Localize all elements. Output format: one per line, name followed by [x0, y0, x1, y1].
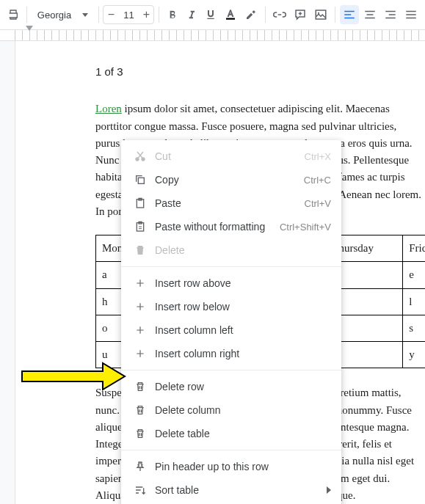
menu-delete-row[interactable]: Delete row: [121, 375, 341, 398]
align-left-button[interactable]: [340, 5, 359, 24]
outline-gutter: [0, 41, 15, 504]
align-justify-button[interactable]: [402, 5, 421, 24]
align-center-button[interactable]: [360, 5, 379, 24]
trash-icon: [131, 428, 149, 439]
menu-delete-table[interactable]: Delete table: [121, 422, 341, 445]
menu-delete[interactable]: Delete: [121, 238, 341, 262]
table-header[interactable]: Friday: [403, 235, 425, 262]
sort-icon: [131, 484, 149, 496]
copy-icon: [131, 174, 149, 186]
font-size-stepper[interactable]: − 11 +: [103, 5, 154, 24]
separator: [335, 7, 335, 23]
formatting-toolbar: Georgia − 11 +: [0, 0, 425, 30]
indent-marker[interactable]: [26, 26, 33, 31]
add-comment-button[interactable]: [291, 5, 310, 24]
menu-separator: [121, 370, 341, 370]
cut-icon: [131, 150, 149, 162]
font-size-minus[interactable]: −: [103, 9, 118, 21]
insert-link-button[interactable]: [270, 5, 289, 24]
svg-rect-4: [138, 178, 144, 183]
menu-insert-col-right[interactable]: Insert column right: [121, 342, 341, 365]
paste-icon: [131, 197, 149, 209]
font-size-plus[interactable]: +: [139, 9, 153, 21]
align-right-button[interactable]: [381, 5, 400, 24]
menu-copy[interactable]: CopyCtrl+C: [121, 168, 341, 191]
font-family-value: Georgia: [37, 10, 71, 21]
menu-paste-no-format[interactable]: Paste without formattingCtrl+Shift+V: [121, 215, 341, 238]
plus-icon: [131, 348, 149, 359]
menu-sort-table[interactable]: Sort table: [121, 478, 341, 502]
ruler[interactable]: [0, 30, 425, 41]
menu-separator: [121, 450, 341, 450]
menu-insert-row-above[interactable]: Insert row above: [121, 271, 341, 295]
submenu-arrow-icon: [327, 484, 331, 496]
trash-icon: [131, 404, 149, 416]
menu-cut[interactable]: CutCtrl+X: [121, 145, 341, 168]
plus-icon: [131, 278, 149, 288]
menu-pin-header[interactable]: Pin header up to this row: [121, 455, 341, 478]
trash-icon: [131, 381, 149, 392]
svg-point-1: [318, 12, 319, 14]
separator: [159, 7, 159, 23]
table-context-menu: CutCtrl+X CopyCtrl+C PasteCtrl+V Paste w…: [121, 140, 341, 504]
plus-icon: [131, 325, 149, 335]
callout-arrow: [18, 362, 128, 391]
font-size-value[interactable]: 11: [118, 10, 139, 21]
separator: [26, 7, 27, 23]
svg-rect-0: [226, 18, 235, 20]
menu-separator: [121, 266, 341, 267]
italic-button[interactable]: [183, 5, 200, 24]
underline-button[interactable]: [202, 5, 219, 24]
paste-plain-icon: [131, 221, 149, 233]
text-color-button[interactable]: [221, 5, 240, 24]
font-family-dropdown[interactable]: Georgia: [32, 5, 94, 24]
trash-icon: [131, 244, 149, 256]
menu-insert-row-below[interactable]: Insert row below: [121, 295, 341, 318]
menu-insert-col-left[interactable]: Insert column left: [121, 318, 341, 342]
print-button[interactable]: [4, 5, 22, 24]
separator: [265, 7, 266, 23]
insert-image-button[interactable]: [311, 5, 330, 24]
menu-delete-column[interactable]: Delete column: [121, 398, 341, 422]
menu-paste[interactable]: PasteCtrl+V: [121, 191, 341, 215]
plus-icon: [131, 302, 149, 312]
separator: [98, 7, 99, 23]
chevron-down-icon: [82, 13, 88, 17]
pin-icon: [131, 461, 149, 472]
svg-point-2: [136, 158, 139, 161]
bold-button[interactable]: [164, 5, 181, 24]
lorem-link[interactable]: Loren: [95, 103, 122, 114]
svg-point-3: [142, 158, 145, 161]
page-indicator: 1 of 3: [95, 63, 422, 80]
highlight-color-button[interactable]: [241, 5, 261, 24]
